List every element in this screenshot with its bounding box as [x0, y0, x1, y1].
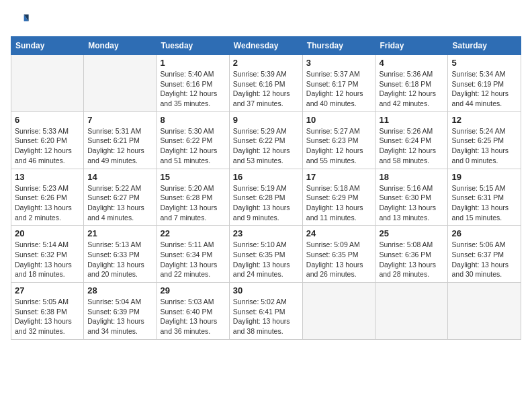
day-info: Sunrise: 5:11 AMSunset: 6:34 PMDaylight:…	[161, 240, 226, 279]
calendar-cell: 4Sunrise: 5:36 AMSunset: 6:18 PMDaylight…	[375, 55, 448, 112]
day-number: 29	[161, 285, 226, 295]
calendar-cell: 21Sunrise: 5:13 AMSunset: 6:33 PMDayligh…	[84, 226, 157, 283]
week-row-5: 27Sunrise: 5:05 AMSunset: 6:38 PMDayligh…	[11, 283, 521, 340]
calendar-cell: 7Sunrise: 5:31 AMSunset: 6:21 PMDaylight…	[84, 111, 157, 169]
day-info: Sunrise: 5:30 AMSunset: 6:22 PMDaylight:…	[161, 126, 226, 166]
day-info: Sunrise: 5:04 AMSunset: 6:39 PMDaylight:…	[87, 297, 152, 336]
day-number: 10	[306, 115, 372, 125]
column-header-friday: Friday	[375, 37, 448, 55]
day-number: 18	[379, 172, 444, 182]
calendar-cell	[11, 55, 84, 112]
calendar-header-row: SundayMondayTuesdayWednesdayThursdayFrid…	[11, 37, 521, 55]
day-info: Sunrise: 5:34 AMSunset: 6:19 PMDaylight:…	[451, 69, 517, 109]
day-info: Sunrise: 5:15 AMSunset: 6:31 PMDaylight:…	[451, 183, 517, 223]
calendar-cell: 30Sunrise: 5:02 AMSunset: 6:41 PMDayligh…	[229, 283, 302, 340]
calendar-cell: 22Sunrise: 5:11 AMSunset: 6:34 PMDayligh…	[157, 226, 229, 283]
calendar-cell: 3Sunrise: 5:37 AMSunset: 6:17 PMDaylight…	[302, 55, 375, 112]
day-info: Sunrise: 5:05 AMSunset: 6:38 PMDaylight:…	[15, 297, 80, 336]
page-header	[11, 11, 521, 30]
day-info: Sunrise: 5:39 AMSunset: 6:16 PMDaylight:…	[233, 69, 299, 109]
column-header-wednesday: Wednesday	[229, 37, 302, 55]
day-number: 6	[15, 115, 80, 125]
day-info: Sunrise: 5:14 AMSunset: 6:32 PMDaylight:…	[15, 240, 80, 279]
day-number: 12	[451, 115, 517, 125]
day-info: Sunrise: 5:29 AMSunset: 6:22 PMDaylight:…	[233, 126, 299, 166]
day-number: 16	[233, 172, 299, 182]
day-number: 19	[451, 172, 517, 182]
day-info: Sunrise: 5:33 AMSunset: 6:20 PMDaylight:…	[15, 126, 80, 166]
day-number: 11	[379, 115, 444, 125]
day-info: Sunrise: 5:31 AMSunset: 6:21 PMDaylight:…	[87, 126, 152, 166]
day-number: 15	[161, 172, 226, 182]
calendar-cell: 25Sunrise: 5:08 AMSunset: 6:36 PMDayligh…	[375, 226, 448, 283]
calendar-cell: 20Sunrise: 5:14 AMSunset: 6:32 PMDayligh…	[11, 226, 84, 283]
day-number: 27	[15, 285, 80, 295]
calendar-cell	[302, 283, 375, 340]
logo	[11, 11, 32, 30]
column-header-saturday: Saturday	[448, 37, 521, 55]
day-number: 20	[15, 228, 80, 238]
week-row-2: 6Sunrise: 5:33 AMSunset: 6:20 PMDaylight…	[11, 111, 521, 169]
day-number: 22	[161, 228, 226, 238]
day-info: Sunrise: 5:16 AMSunset: 6:30 PMDaylight:…	[379, 183, 444, 223]
day-info: Sunrise: 5:02 AMSunset: 6:41 PMDaylight:…	[233, 297, 299, 336]
day-info: Sunrise: 5:20 AMSunset: 6:28 PMDaylight:…	[161, 183, 226, 223]
column-header-thursday: Thursday	[302, 37, 375, 55]
day-info: Sunrise: 5:37 AMSunset: 6:17 PMDaylight:…	[306, 69, 372, 109]
calendar-cell: 2Sunrise: 5:39 AMSunset: 6:16 PMDaylight…	[229, 55, 302, 112]
calendar-cell	[448, 283, 521, 340]
column-header-sunday: Sunday	[11, 37, 84, 55]
day-info: Sunrise: 5:23 AMSunset: 6:26 PMDaylight:…	[15, 183, 80, 223]
day-info: Sunrise: 5:19 AMSunset: 6:28 PMDaylight:…	[233, 183, 299, 223]
day-info: Sunrise: 5:18 AMSunset: 6:29 PMDaylight:…	[306, 183, 372, 223]
calendar-cell	[375, 283, 448, 340]
calendar-cell: 24Sunrise: 5:09 AMSunset: 6:35 PMDayligh…	[302, 226, 375, 283]
day-number: 7	[87, 115, 152, 125]
day-number: 4	[379, 58, 444, 68]
day-number: 5	[451, 58, 517, 68]
day-number: 23	[233, 228, 299, 238]
calendar-cell: 29Sunrise: 5:03 AMSunset: 6:40 PMDayligh…	[157, 283, 229, 340]
day-info: Sunrise: 5:36 AMSunset: 6:18 PMDaylight:…	[379, 69, 444, 109]
day-number: 2	[233, 58, 299, 68]
day-number: 30	[233, 285, 299, 295]
day-info: Sunrise: 5:26 AMSunset: 6:24 PMDaylight:…	[379, 126, 444, 166]
calendar-cell: 9Sunrise: 5:29 AMSunset: 6:22 PMDaylight…	[229, 111, 302, 169]
day-number: 17	[306, 172, 372, 182]
calendar-cell: 8Sunrise: 5:30 AMSunset: 6:22 PMDaylight…	[157, 111, 229, 169]
day-info: Sunrise: 5:13 AMSunset: 6:33 PMDaylight:…	[87, 240, 152, 279]
day-number: 13	[15, 172, 80, 182]
day-info: Sunrise: 5:03 AMSunset: 6:40 PMDaylight:…	[161, 297, 226, 336]
day-info: Sunrise: 5:40 AMSunset: 6:16 PMDaylight:…	[161, 69, 226, 109]
day-info: Sunrise: 5:22 AMSunset: 6:27 PMDaylight:…	[87, 183, 152, 223]
day-number: 24	[306, 228, 372, 238]
calendar-cell: 5Sunrise: 5:34 AMSunset: 6:19 PMDaylight…	[448, 55, 521, 112]
calendar-cell: 1Sunrise: 5:40 AMSunset: 6:16 PMDaylight…	[157, 55, 229, 112]
calendar-cell: 28Sunrise: 5:04 AMSunset: 6:39 PMDayligh…	[84, 283, 157, 340]
logo-icon	[11, 11, 30, 30]
calendar-table: SundayMondayTuesdayWednesdayThursdayFrid…	[11, 36, 521, 340]
day-info: Sunrise: 5:08 AMSunset: 6:36 PMDaylight:…	[379, 240, 444, 279]
day-info: Sunrise: 5:10 AMSunset: 6:35 PMDaylight:…	[233, 240, 299, 279]
calendar-cell: 6Sunrise: 5:33 AMSunset: 6:20 PMDaylight…	[11, 111, 84, 169]
calendar-cell: 27Sunrise: 5:05 AMSunset: 6:38 PMDayligh…	[11, 283, 84, 340]
calendar-cell: 15Sunrise: 5:20 AMSunset: 6:28 PMDayligh…	[157, 169, 229, 226]
calendar-cell: 10Sunrise: 5:27 AMSunset: 6:23 PMDayligh…	[302, 111, 375, 169]
day-number: 21	[87, 228, 152, 238]
week-row-4: 20Sunrise: 5:14 AMSunset: 6:32 PMDayligh…	[11, 226, 521, 283]
calendar-cell: 13Sunrise: 5:23 AMSunset: 6:26 PMDayligh…	[11, 169, 84, 226]
calendar-cell: 16Sunrise: 5:19 AMSunset: 6:28 PMDayligh…	[229, 169, 302, 226]
day-number: 9	[233, 115, 299, 125]
day-number: 26	[451, 228, 517, 238]
day-info: Sunrise: 5:09 AMSunset: 6:35 PMDaylight:…	[306, 240, 372, 279]
calendar-cell: 18Sunrise: 5:16 AMSunset: 6:30 PMDayligh…	[375, 169, 448, 226]
calendar-cell: 19Sunrise: 5:15 AMSunset: 6:31 PMDayligh…	[448, 169, 521, 226]
calendar-cell: 14Sunrise: 5:22 AMSunset: 6:27 PMDayligh…	[84, 169, 157, 226]
calendar-cell: 23Sunrise: 5:10 AMSunset: 6:35 PMDayligh…	[229, 226, 302, 283]
calendar-cell: 11Sunrise: 5:26 AMSunset: 6:24 PMDayligh…	[375, 111, 448, 169]
calendar-cell: 17Sunrise: 5:18 AMSunset: 6:29 PMDayligh…	[302, 169, 375, 226]
day-number: 25	[379, 228, 444, 238]
week-row-1: 1Sunrise: 5:40 AMSunset: 6:16 PMDaylight…	[11, 55, 521, 112]
day-info: Sunrise: 5:27 AMSunset: 6:23 PMDaylight:…	[306, 126, 372, 166]
column-header-tuesday: Tuesday	[157, 37, 229, 55]
